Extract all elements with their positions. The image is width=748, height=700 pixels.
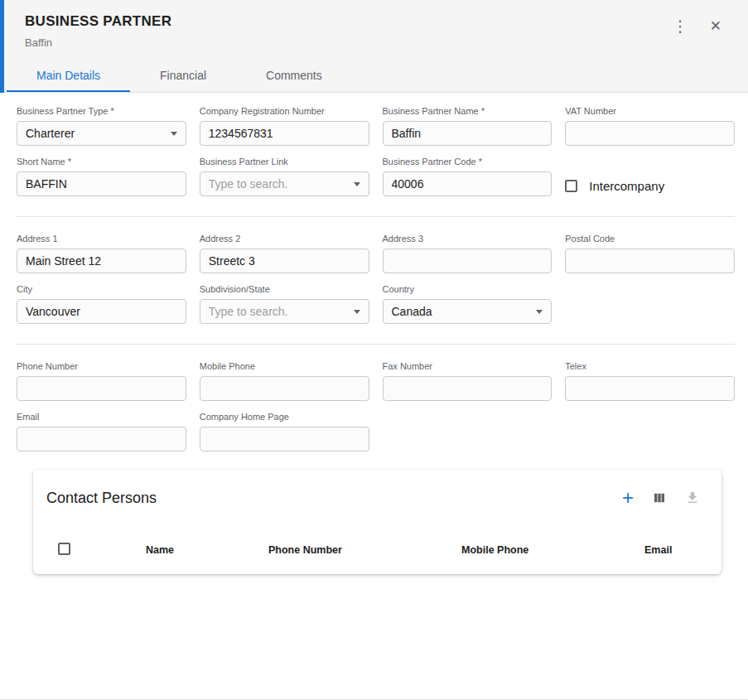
business-partner-name-label: Business Partner Name * <box>383 106 553 116</box>
address2-input[interactable] <box>200 249 369 273</box>
business-partner-type-select[interactable]: Charterer <box>17 121 186 146</box>
contact-persons-table-header: Name Phone Number Mobile Phone Email <box>33 531 721 569</box>
subdivision-state-placeholder: Type to search. <box>209 305 288 318</box>
intercompany-label: Intercompany <box>589 179 664 193</box>
dialog-header: BUSINESS PARTNER Baffin ⋮ ✕ Main Details… <box>0 0 748 93</box>
business-partner-type-label: Business Partner Type * <box>17 106 186 116</box>
subdivision-state-select[interactable]: Type to search. <box>200 299 369 324</box>
fax-number-label: Fax Number <box>383 361 553 371</box>
country-label: Country <box>383 284 553 294</box>
close-button[interactable]: ✕ <box>708 17 723 35</box>
field-city: City <box>17 284 186 324</box>
field-business-partner-name: Business Partner Name * <box>383 106 553 146</box>
select-all-cell <box>33 543 146 558</box>
telex-input[interactable] <box>565 376 735 401</box>
field-business-partner-type: Business Partner Type * Charterer <box>17 106 186 146</box>
section-divider <box>17 344 735 345</box>
country-value: Canada <box>392 305 432 318</box>
address3-label: Address 3 <box>383 234 553 244</box>
header-actions: ⋮ ✕ <box>671 17 723 36</box>
business-partner-link-placeholder: Type to search. <box>209 177 288 191</box>
field-subdivision-state: Subdivision/State Type to search. <box>200 284 369 324</box>
field-empty-spacer <box>565 284 735 324</box>
column-settings-button[interactable] <box>650 489 668 507</box>
field-business-partner-link: Business Partner Link Type to search. <box>200 157 369 196</box>
business-partner-link-label: Business Partner Link <box>200 157 369 167</box>
field-company-home-page: Company Home Page <box>200 412 369 451</box>
short-name-input[interactable] <box>17 171 186 196</box>
email-input[interactable] <box>17 427 186 451</box>
address2-label: Address 2 <box>200 234 369 244</box>
country-select[interactable]: Canada <box>383 299 553 324</box>
intercompany-checkbox[interactable] <box>565 180 577 192</box>
mobile-phone-input[interactable] <box>200 376 369 401</box>
chevron-down-icon <box>171 132 177 136</box>
field-intercompany: Intercompany <box>565 175 735 196</box>
chevron-down-icon <box>354 310 360 314</box>
field-email: Email <box>17 412 186 451</box>
city-label: City <box>17 284 186 294</box>
download-button[interactable] <box>683 489 702 507</box>
columns-icon <box>652 490 667 505</box>
contact-persons-actions: + <box>620 486 702 509</box>
add-contact-button[interactable]: + <box>620 486 635 509</box>
vat-number-input[interactable] <box>565 121 735 146</box>
contact-persons-card: Contact Persons + <box>33 470 721 574</box>
city-input[interactable] <box>17 299 186 324</box>
field-mobile-phone: Mobile Phone <box>200 361 369 401</box>
accent-strip <box>0 0 4 93</box>
address3-input[interactable] <box>383 249 553 273</box>
section-divider <box>17 216 735 217</box>
field-address1: Address 1 <box>17 234 186 273</box>
column-header-phone-number: Phone Number <box>268 544 461 556</box>
postal-code-input[interactable] <box>565 249 735 273</box>
phone-number-label: Phone Number <box>17 361 186 371</box>
kebab-icon: ⋮ <box>673 18 688 34</box>
field-short-name: Short Name * <box>17 157 186 196</box>
field-telex: Telex <box>565 361 735 401</box>
plus-icon: + <box>622 488 634 508</box>
company-registration-number-input[interactable] <box>200 121 369 146</box>
address-section: Address 1 Address 2 Address 3 Postal Cod… <box>17 234 735 324</box>
business-partner-code-label: Business Partner Code * <box>383 157 553 167</box>
more-options-button[interactable]: ⋮ <box>671 17 690 36</box>
header-titles: BUSINESS PARTNER Baffin <box>25 13 171 49</box>
postal-code-label: Postal Code <box>565 234 735 244</box>
download-icon <box>685 490 700 505</box>
field-company-registration-number: Company Registration Number <box>200 106 369 146</box>
subdivision-state-label: Subdivision/State <box>200 284 369 294</box>
column-header-email: Email <box>644 544 721 556</box>
tab-financial[interactable]: Financial <box>130 60 236 92</box>
business-partner-code-input[interactable] <box>383 171 553 196</box>
column-header-name: Name <box>146 544 268 556</box>
field-vat-number: VAT Number <box>565 106 735 146</box>
company-home-page-label: Company Home Page <box>200 412 369 422</box>
vat-number-label: VAT Number <box>565 106 735 116</box>
dialog-title: BUSINESS PARTNER <box>25 13 171 30</box>
chevron-down-icon <box>354 182 360 186</box>
telex-label: Telex <box>565 361 735 371</box>
field-fax-number: Fax Number <box>383 361 553 401</box>
fax-number-input[interactable] <box>383 376 553 401</box>
company-home-page-input[interactable] <box>200 427 369 451</box>
business-partner-name-input[interactable] <box>383 121 553 146</box>
business-partner-link-select[interactable]: Type to search. <box>200 171 369 196</box>
main-details-panel: Business Partner Type * Charterer Compan… <box>0 93 748 574</box>
tab-main-details[interactable]: Main Details <box>7 60 130 92</box>
field-postal-code: Postal Code <box>565 234 735 273</box>
select-all-checkbox[interactable] <box>58 543 70 555</box>
tab-bar: Main Details Financial Comments <box>0 60 748 92</box>
tab-comments[interactable]: Comments <box>236 60 352 92</box>
company-registration-number-label: Company Registration Number <box>200 106 369 116</box>
identity-section: Business Partner Type * Charterer Compan… <box>17 106 735 196</box>
column-header-mobile-phone: Mobile Phone <box>461 544 644 556</box>
chevron-down-icon <box>536 310 543 314</box>
field-country: Country Canada <box>383 284 553 324</box>
field-address3: Address 3 <box>383 234 553 273</box>
field-business-partner-code: Business Partner Code * <box>383 157 553 196</box>
phone-number-input[interactable] <box>17 376 186 401</box>
address1-input[interactable] <box>17 249 186 273</box>
mobile-phone-label: Mobile Phone <box>200 361 369 371</box>
field-phone-number: Phone Number <box>17 361 186 401</box>
close-icon: ✕ <box>710 19 721 33</box>
